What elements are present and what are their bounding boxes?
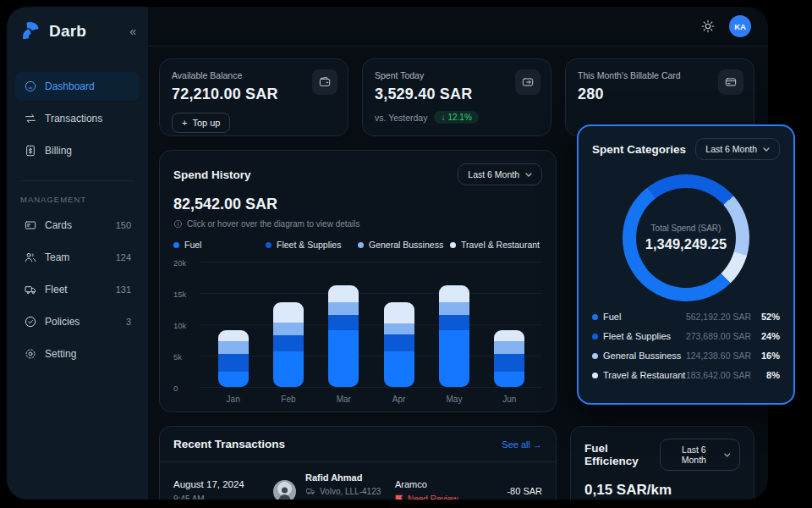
sidebar-item-label: Policies	[45, 316, 80, 328]
sidebar-item-setting[interactable]: Setting	[15, 340, 140, 368]
sidebar-item-transactions[interactable]: Transactions	[15, 104, 140, 133]
person-icon	[276, 483, 294, 500]
sidebar-item-policies[interactable]: Policies 3	[15, 307, 140, 336]
legend-dot	[266, 242, 272, 248]
recent-transactions-card: Recent Transactions See all → August 17,…	[159, 426, 557, 500]
category-row: Fuel 562,192.20 SAR 52%	[592, 312, 780, 322]
sidebar-item-count: 3	[126, 317, 131, 327]
bar-jun[interactable]	[494, 330, 524, 387]
see-all-link[interactable]: See all →	[502, 439, 542, 450]
stacked-bar-chart: 20k 15k 10k 5k 0 JanFebMarAprMayJun	[173, 262, 542, 404]
x-axis-labels: JanFebMarAprMayJun	[200, 395, 542, 404]
dashboard-icon	[24, 80, 37, 93]
wallet-icon	[312, 69, 337, 95]
bar-may[interactable]	[439, 285, 469, 387]
vehicle-icon	[305, 486, 315, 496]
bar-apr[interactable]	[384, 302, 414, 387]
sidebar-item-label: Transactions	[45, 113, 102, 124]
category-legend: Fuel 562,192.20 SAR 52% Fleet & Supplies…	[592, 312, 780, 380]
sidebar-management-nav: Cards 150 Team 124 Fleet 131 Policies 3 …	[7, 211, 148, 372]
legend-item: General Bussiness	[358, 240, 450, 250]
stat-label: Spent Today	[375, 70, 539, 80]
sidebar-item-count: 131	[116, 284, 131, 295]
sidebar-item-team[interactable]: Team 124	[15, 243, 140, 272]
sidebar-item-label: Setting	[45, 348, 76, 360]
legend-dot	[592, 314, 598, 320]
bar-jan[interactable]	[218, 330, 249, 387]
donut-chart: Total Spend (SAR) 1,349,249.25	[623, 174, 749, 301]
stat-label: Available Balance	[172, 70, 336, 80]
period-select[interactable]: Last 6 Month	[695, 138, 780, 160]
driver-avatar	[273, 480, 296, 500]
category-row: General Bussiness 124,238.60 SAR 16%	[592, 351, 780, 361]
sidebar-nav: Dashboard Transactions Billing	[7, 72, 148, 168]
bar-mar[interactable]	[328, 285, 359, 387]
driver-info: Rafid Ahmad Volvo, LLL-4123 32,921 km	[305, 472, 395, 500]
legend-item: Fleet & Supplies	[266, 240, 358, 250]
sidebar-item-cards[interactable]: Cards 150	[15, 211, 140, 240]
topbar: KA	[148, 7, 768, 47]
sidebar-item-label: Team	[45, 251, 69, 263]
stat-label: This Month's Billable Card	[578, 70, 742, 80]
period-select[interactable]: Last 6 Month	[458, 163, 542, 185]
stat-value: 3,529.40 SAR	[375, 86, 539, 103]
team-icon	[24, 251, 37, 264]
fuel-efficiency-card: Fuel Efficiency Last 6 Month 0,15 SAR/km…	[570, 426, 754, 500]
spend-history-title: Spend History	[173, 168, 251, 181]
fleet-icon	[24, 283, 37, 296]
legend-item: Fuel	[173, 240, 266, 250]
cards-icon	[24, 218, 37, 232]
donut-center: Total Spend (SAR) 1,349,249.25	[623, 174, 749, 301]
legend-dot	[450, 242, 456, 248]
chevron-down-icon	[525, 173, 532, 177]
available-balance-card: Available Balance 72,210.00 SAR +Top up	[159, 58, 348, 136]
spend-card-icon	[515, 69, 540, 95]
transactions-title: Recent Transactions	[173, 438, 285, 450]
delta-badge: ↓12.1%	[434, 111, 478, 124]
chevron-down-icon	[763, 147, 770, 152]
arrow-down-icon: ↓	[441, 113, 445, 122]
top-up-button[interactable]: +Top up	[172, 113, 230, 133]
period-select[interactable]: Last 6 Month	[660, 439, 740, 471]
x-tick-label: Jun	[494, 395, 524, 404]
sidebar-item-billing[interactable]: Billing	[15, 136, 140, 165]
policies-icon	[24, 315, 37, 329]
legend-dot	[592, 373, 598, 378]
setting-icon	[24, 347, 37, 361]
plus-icon: +	[182, 118, 187, 128]
x-tick-label: Mar	[328, 395, 359, 404]
sidebar-item-label: Dashboard	[45, 80, 95, 92]
bar-feb[interactable]	[273, 302, 304, 387]
x-tick-label: Jan	[218, 395, 249, 404]
transaction-row[interactable]: August 17, 2024 9:45 AM Rafid Ahmad Volv…	[160, 462, 556, 500]
flag-icon	[395, 494, 403, 500]
sidebar-item-label: Fleet	[45, 284, 68, 295]
legend-dot	[358, 242, 364, 248]
category-row: Fleet & Supplies 273,689.00 SAR 24%	[592, 331, 780, 341]
x-tick-label: Feb	[273, 395, 304, 404]
fuel-efficiency-title: Fuel Efficiency	[584, 442, 660, 467]
spent-categories-card[interactable]: Spent Categories Last 6 Month Total Spen…	[577, 124, 795, 405]
sidebar-section-label: MANAGEMENT	[7, 181, 148, 209]
transactions-icon	[24, 112, 37, 125]
sidebar-item-fleet[interactable]: Fleet 131	[15, 275, 140, 304]
bars	[200, 262, 542, 387]
x-tick-label: May	[439, 395, 469, 404]
spend-history-hint: Click or hover over the diagram to view …	[173, 219, 542, 229]
bottom-row: Recent Transactions See all → August 17,…	[159, 426, 754, 500]
chevron-down-icon	[724, 453, 730, 457]
sidebar: Darb « Dashboard Transactions Billing MA…	[7, 7, 148, 500]
comparison-label: vs. Yesterday	[375, 113, 427, 123]
theme-toggle-sun-icon[interactable]	[700, 19, 716, 34]
x-tick-label: Apr	[384, 395, 414, 404]
legend-item: Travel & Restaurant	[450, 240, 542, 250]
sidebar-collapse-icon[interactable]: «	[129, 25, 136, 38]
logo: Darb «	[7, 7, 148, 53]
legend-dot	[592, 334, 598, 340]
spent-today-card: Spent Today 3,529.40 SAR vs. Yesterday ↓…	[362, 58, 551, 136]
legend-dot	[592, 353, 598, 359]
user-avatar[interactable]: KA	[729, 15, 751, 37]
billing-icon	[24, 144, 37, 157]
spend-history-amount: 82,542.00 SAR	[173, 196, 542, 213]
sidebar-item-dashboard[interactable]: Dashboard	[15, 72, 140, 101]
